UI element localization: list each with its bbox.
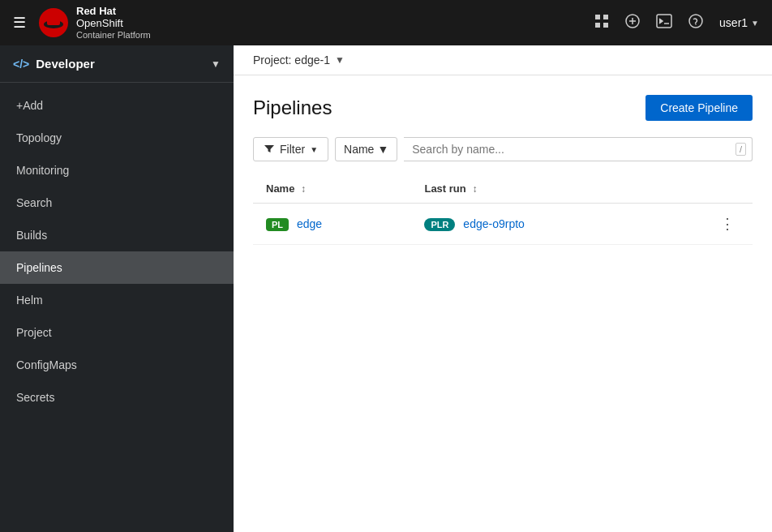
- pipeline-badge: PL: [266, 218, 289, 231]
- column-lastrun-label: Last run: [424, 182, 465, 195]
- search-box: /: [404, 137, 753, 161]
- sidebar-item-configmaps[interactable]: ConfigMaps: [0, 349, 234, 381]
- username: user1: [719, 16, 748, 29]
- pipeline-run-badge: PLR: [424, 218, 455, 231]
- pipeline-name-cell: PL edge: [253, 204, 411, 245]
- svg-rect-9: [657, 15, 671, 28]
- search-slash-hint: /: [736, 143, 746, 156]
- svg-rect-4: [595, 15, 600, 19]
- table-body: PL edge PLR edge-o9rpto ⋮: [253, 204, 753, 245]
- project-chevron: ▼: [335, 54, 345, 66]
- filter-label: Filter: [280, 143, 305, 156]
- content-body: Pipelines Create Pipeline Filter ▼ Name …: [234, 75, 772, 532]
- add-icon[interactable]: [625, 14, 640, 32]
- pipeline-name-link[interactable]: edge: [297, 217, 322, 230]
- hamburger-menu[interactable]: ☰: [13, 14, 26, 32]
- perspective-label: Developer: [36, 57, 95, 71]
- container-platform-name: Container Platform: [76, 30, 151, 41]
- pipeline-actions-cell: ⋮: [655, 204, 753, 245]
- page-header: Pipelines Create Pipeline: [253, 95, 753, 121]
- column-header-last-run: Last run ↕: [411, 174, 655, 204]
- perspective-chevron[interactable]: ▼: [211, 58, 221, 70]
- page-title: Pipelines: [253, 97, 332, 119]
- svg-point-10: [689, 15, 702, 28]
- name-sort-icon[interactable]: ↕: [301, 183, 306, 195]
- pipeline-run-link[interactable]: edge-o9rpto: [463, 217, 525, 230]
- filter-chevron: ▼: [310, 145, 318, 154]
- sidebar-item-builds[interactable]: Builds: [0, 219, 234, 251]
- filter-bar: Filter ▼ Name ▼ /: [253, 137, 753, 161]
- top-navigation: ☰ Red Hat OpenShift Container Platform: [0, 0, 772, 45]
- column-name-label: Name: [266, 182, 294, 195]
- brand-text: Red Hat OpenShift Container Platform: [76, 5, 151, 41]
- sidebar-item-topology[interactable]: Topology: [0, 122, 234, 154]
- column-header-name: Name ↕: [253, 174, 411, 204]
- project-selector[interactable]: Project: edge-1 ▼: [253, 54, 345, 66]
- sidebar-nav: +Add Topology Monitoring Search Builds P…: [0, 83, 234, 420]
- svg-rect-7: [603, 23, 608, 28]
- user-menu[interactable]: user1 ▼: [719, 16, 759, 29]
- openshift-name: OpenShift: [76, 17, 151, 30]
- pipeline-kebab-menu[interactable]: ⋮: [715, 213, 740, 234]
- main-layout: </> Developer ▼ +Add Topology Monitoring…: [0, 45, 772, 532]
- terminal-icon[interactable]: [656, 14, 672, 32]
- pipeline-lastrun-cell: PLR edge-o9rpto: [411, 204, 655, 245]
- redhat-name: Red Hat: [76, 5, 151, 18]
- svg-point-11: [695, 24, 697, 25]
- top-nav-actions: user1 ▼: [594, 14, 759, 32]
- create-pipeline-button[interactable]: Create Pipeline: [645, 95, 753, 121]
- brand: Red Hat OpenShift Container Platform: [39, 5, 151, 41]
- sidebar-item-pipelines[interactable]: Pipelines: [0, 251, 234, 284]
- sidebar-item-monitoring[interactable]: Monitoring: [0, 154, 234, 187]
- developer-icon: </>: [13, 58, 29, 71]
- pipelines-table: Name ↕ Last run ↕ PL edge: [253, 174, 753, 245]
- table-header: Name ↕ Last run ↕: [253, 174, 753, 204]
- search-input[interactable]: [404, 137, 753, 161]
- grid-icon[interactable]: [594, 14, 609, 32]
- column-header-actions: [655, 174, 753, 204]
- sidebar: </> Developer ▼ +Add Topology Monitoring…: [0, 45, 234, 532]
- sidebar-header: </> Developer ▼: [0, 45, 234, 83]
- filter-button[interactable]: Filter ▼: [253, 137, 328, 161]
- help-icon[interactable]: [688, 14, 703, 32]
- sidebar-item-add[interactable]: +Add: [0, 89, 234, 122]
- svg-rect-5: [603, 15, 608, 19]
- name-filter-label: Name: [344, 143, 374, 156]
- sidebar-item-helm[interactable]: Helm: [0, 284, 234, 316]
- sidebar-item-project[interactable]: Project: [0, 316, 234, 349]
- project-label: Project: edge-1: [253, 54, 330, 66]
- perspective-selector[interactable]: </> Developer: [13, 57, 95, 71]
- filter-icon: [264, 144, 275, 155]
- svg-point-3: [47, 15, 60, 20]
- content-header: Project: edge-1 ▼: [234, 45, 772, 75]
- redhat-logo: [39, 8, 68, 37]
- sidebar-item-secrets[interactable]: Secrets: [0, 381, 234, 414]
- lastrun-sort-icon[interactable]: ↕: [472, 183, 477, 195]
- svg-rect-6: [595, 23, 600, 28]
- table-row: PL edge PLR edge-o9rpto ⋮: [253, 204, 753, 245]
- sidebar-item-search[interactable]: Search: [0, 187, 234, 219]
- main-content: Project: edge-1 ▼ Pipelines Create Pipel…: [234, 45, 772, 532]
- name-filter-chevron: ▼: [377, 143, 388, 156]
- name-filter-select[interactable]: Name ▼: [335, 137, 397, 161]
- user-menu-chevron: ▼: [751, 19, 759, 28]
